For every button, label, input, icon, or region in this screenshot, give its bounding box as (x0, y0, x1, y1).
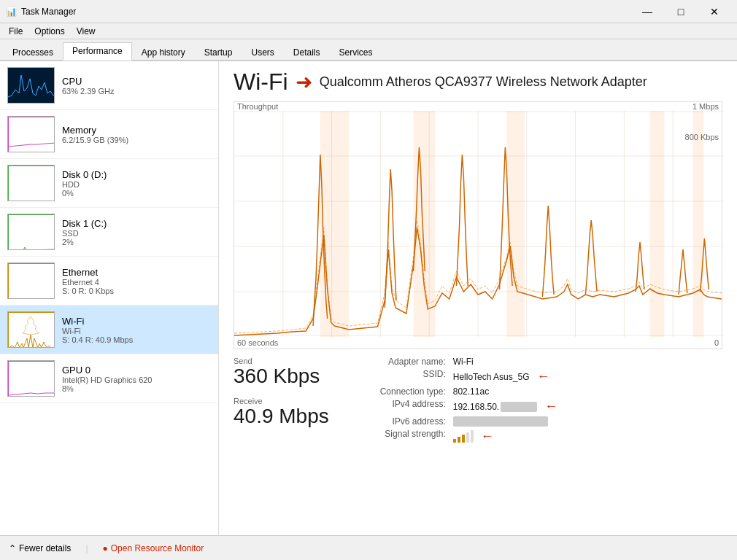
ipv4-redacted (501, 402, 537, 412)
ssid-value: HelloTech Asus_5G (453, 372, 530, 382)
disk0-type: HDD (62, 180, 211, 189)
memory-info: Memory 6.2/15.9 GB (39%) (62, 125, 211, 144)
throughput-label: Throughput (237, 102, 278, 111)
wifi-info: Wi-Fi Wi-Fi S: 0.4 R: 40.9 Mbps (62, 316, 211, 344)
cpu-stat: 63% 2.39 GHz (62, 87, 211, 96)
tab-details[interactable]: Details (284, 44, 330, 61)
disk1-stat: 2% (62, 238, 211, 246)
cpu-name: CPU (62, 76, 211, 87)
graph-svg (234, 111, 722, 337)
chevron-up-icon: ⌃ (9, 543, 16, 553)
svg-marker-0 (23, 316, 39, 335)
menu-options[interactable]: Options (28, 25, 70, 38)
gpu-thumbnail (7, 360, 55, 397)
wifi-stat: S: 0.4 R: 40.9 Mbps (62, 335, 211, 344)
receive-label: Receive (234, 397, 329, 405)
resource-monitor-icon: ● (103, 543, 108, 553)
gpu-stat: 8% (62, 384, 211, 393)
disk0-stat: 0% (62, 189, 211, 198)
signal-bars (453, 431, 474, 443)
adapter-name-value: Wi-Fi (453, 357, 722, 367)
right-arrow-icon: ➜ (296, 70, 312, 94)
sidebar-item-cpu[interactable]: CPU 63% 2.39 GHz (0, 61, 218, 110)
cpu-thumbnail (7, 67, 55, 104)
tab-performance[interactable]: Performance (63, 42, 132, 61)
sidebar-item-disk1[interactable]: Disk 1 (C:) SSD 2% (0, 208, 218, 257)
open-resource-monitor-button[interactable]: ● Open Resource Monitor (103, 543, 204, 553)
connection-type-value: 802.11ac (453, 386, 722, 397)
disk0-name: Disk 0 (D:) (62, 169, 211, 180)
tab-startup[interactable]: Startup (195, 44, 242, 61)
tab-users[interactable]: Users (242, 44, 283, 61)
open-resource-monitor-label: Open Resource Monitor (111, 543, 204, 553)
ethernet-sub: Ethernet 4 (62, 278, 211, 287)
ethernet-stat: S: 0 R: 0 Kbps (62, 287, 211, 295)
detail-title: Wi-Fi (234, 69, 288, 96)
disk1-info: Disk 1 (C:) SSD 2% (62, 218, 211, 246)
tab-processes[interactable]: Processes (3, 44, 63, 61)
sidebar-item-gpu[interactable]: GPU 0 Intel(R) HD Graphics 620 8% (0, 354, 218, 403)
sidebar-item-memory[interactable]: Memory 6.2/15.9 GB (39%) (0, 110, 218, 159)
throughput-graph: Throughput 1 Mbps 800 Kbps (234, 101, 722, 349)
gpu-name: GPU 0 (62, 365, 211, 376)
ipv6-redacted (453, 416, 548, 427)
close-button[interactable]: ✕ (698, 0, 731, 23)
disk1-name: Disk 1 (C:) (62, 218, 211, 229)
cpu-info: CPU 63% 2.39 GHz (62, 76, 211, 96)
stats-and-info: Send 360 Kbps Receive 40.9 Mbps Adapter … (234, 357, 722, 444)
tab-apphistory[interactable]: App history (132, 44, 195, 61)
wifi-sub: Wi-Fi (62, 327, 211, 335)
memory-thumbnail (7, 116, 55, 152)
mid-label: 800 Kbps (685, 133, 719, 141)
signal-arrow-icon: ← (481, 429, 494, 444)
send-value: 360 Kbps (234, 365, 329, 388)
disk0-info: Disk 0 (D:) HDD 0% (62, 169, 211, 198)
minimize-button[interactable]: — (630, 0, 664, 23)
menu-view[interactable]: View (71, 25, 101, 38)
disk0-thumbnail (7, 165, 55, 201)
bottom-bar: ⌃ Fewer details | ● Open Resource Monito… (0, 535, 737, 560)
gpu-info: GPU 0 Intel(R) HD Graphics 620 8% (62, 365, 211, 393)
graph-top-labels: Throughput 1 Mbps (234, 102, 722, 111)
ethernet-name: Ethernet (62, 267, 211, 278)
sidebar-item-wifi[interactable]: Wi-Fi Wi-Fi S: 0.4 R: 40.9 Mbps (0, 306, 218, 354)
signal-bar-4 (466, 432, 469, 443)
svg-rect-16 (320, 111, 349, 337)
ethernet-thumbnail (7, 262, 55, 299)
wifi-thumbnail (7, 311, 55, 348)
title-bar: 📊 Task Manager — □ ✕ (0, 0, 737, 23)
sidebar-item-ethernet[interactable]: Ethernet Ethernet 4 S: 0 R: 0 Kbps (0, 257, 218, 306)
connection-type-label: Connection type: (351, 386, 446, 397)
signal-bar-3 (462, 435, 465, 443)
ssid-row: HelloTech Asus_5G ← (453, 369, 722, 384)
ipv6-label: IPv6 address: (351, 416, 446, 427)
ssid-arrow-icon: ← (536, 369, 549, 384)
app-title: Task Manager (21, 7, 76, 17)
ipv4-label: IPv4 address: (351, 399, 446, 414)
disk1-type: SSD (62, 229, 211, 238)
window-controls: — □ ✕ (630, 0, 731, 23)
ethernet-info: Ethernet Ethernet 4 S: 0 R: 0 Kbps (62, 267, 211, 295)
memory-name: Memory (62, 125, 211, 136)
sidebar-item-disk0[interactable]: Disk 0 (D:) HDD 0% (0, 159, 218, 208)
tab-services[interactable]: Services (330, 44, 382, 61)
maximize-button[interactable]: □ (664, 0, 698, 23)
svg-rect-18 (506, 111, 525, 337)
separator: | (85, 543, 88, 553)
menu-file[interactable]: File (3, 25, 28, 38)
wifi-name: Wi-Fi (62, 316, 211, 327)
gpu-sub: Intel(R) HD Graphics 620 (62, 376, 211, 384)
max-label: 1 Mbps (692, 102, 719, 111)
signal-label: Signal strength: (351, 429, 446, 444)
ipv4-arrow-icon: ← (544, 399, 557, 414)
receive-block: Receive 40.9 Mbps (234, 397, 329, 428)
menu-bar: File Options View (0, 23, 737, 39)
fewer-details-button[interactable]: ⌃ Fewer details (9, 543, 71, 553)
tab-bar: Processes Performance App history Startu… (0, 39, 737, 61)
signal-bar-1 (453, 439, 456, 443)
info-grid: Adapter name: Wi-Fi SSID: HelloTech Asus… (351, 357, 722, 444)
memory-stat: 6.2/15.9 GB (39%) (62, 136, 211, 144)
graph-bottom-labels: 60 seconds 0 (234, 337, 722, 349)
ssid-label: SSID: (351, 369, 446, 384)
ipv4-row: 192.168.50. ← (453, 399, 722, 414)
